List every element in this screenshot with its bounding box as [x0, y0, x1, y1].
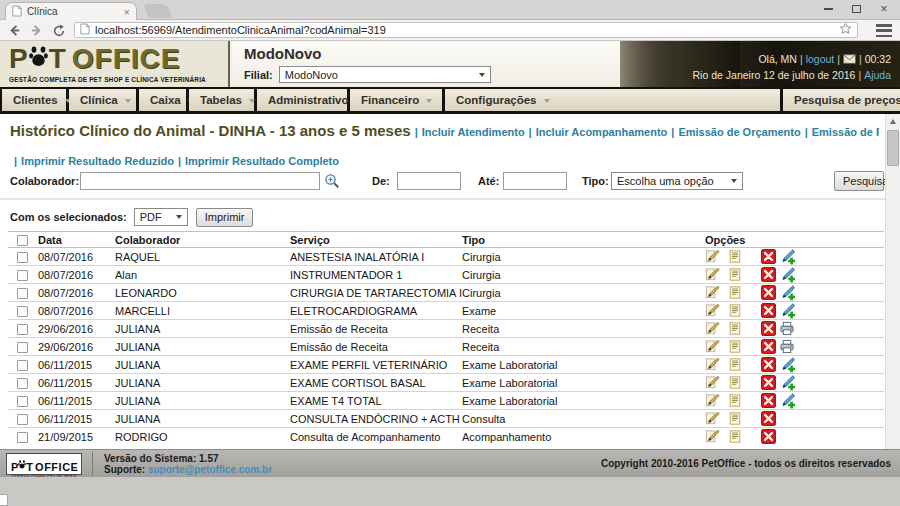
document-icon[interactable] — [728, 393, 742, 408]
document-icon[interactable] — [728, 339, 742, 354]
row-checkbox[interactable] — [17, 288, 28, 299]
nav-item-clinica[interactable]: Clínica — [69, 89, 136, 111]
pen-add-icon[interactable] — [779, 303, 796, 319]
nav-item-configuracoes[interactable]: Configurações — [445, 89, 780, 111]
delete-icon[interactable] — [761, 393, 776, 408]
pen-icon[interactable] — [705, 375, 720, 390]
document-icon[interactable] — [728, 321, 742, 336]
window-close-button[interactable]: × — [870, 0, 898, 18]
search-lookup-icon[interactable] — [324, 173, 340, 191]
row-checkbox[interactable] — [17, 414, 28, 425]
delete-icon[interactable] — [761, 429, 776, 444]
footer-logo: P T OFFICE GESTÃO COMPLETA DE PET SHOP E… — [6, 453, 82, 475]
address-bar[interactable]: localhost:56969/AtendimentoClinicaAnimal… — [74, 22, 858, 38]
pen-icon[interactable] — [705, 303, 720, 318]
pen-icon[interactable] — [705, 267, 720, 282]
nav-item-administrativo[interactable]: Administrativo — [257, 89, 347, 111]
window-maximize-button[interactable] — [842, 0, 870, 18]
pen-icon[interactable] — [705, 411, 720, 426]
delete-icon[interactable] — [761, 249, 776, 264]
vertical-scrollbar[interactable] — [885, 114, 900, 477]
document-icon[interactable] — [728, 375, 742, 390]
document-icon[interactable] — [728, 267, 742, 282]
delete-icon[interactable] — [761, 357, 776, 372]
document-icon[interactable] — [728, 303, 742, 318]
nav-item-financeiro[interactable]: Financeiro — [350, 89, 442, 111]
select-all-checkbox[interactable] — [17, 235, 28, 246]
link-emissao-orcamento[interactable]: Emissão de Orçamento — [678, 126, 800, 138]
nav-item-clientes[interactable]: Clientes — [2, 89, 66, 111]
date-from-input[interactable] — [397, 172, 461, 190]
nav-item-pesquisa-de-precos[interactable]: Pesquisa de preços — [783, 89, 900, 111]
row-checkbox[interactable] — [17, 306, 28, 317]
filial-select[interactable]: ModoNovo — [279, 66, 491, 83]
window-minimize-button[interactable] — [814, 0, 842, 18]
link-incluir-atendimento[interactable]: Incluir Atendimento — [422, 126, 525, 138]
delete-icon[interactable] — [761, 267, 776, 282]
row-checkbox[interactable] — [17, 396, 28, 407]
pen-icon[interactable] — [705, 393, 720, 408]
new-tab-button[interactable] — [144, 4, 173, 18]
browser-menu-icon[interactable] — [876, 24, 892, 37]
pen-add-icon[interactable] — [779, 285, 796, 301]
link-imprimir-resultado-reduzido[interactable]: Imprimir Resultado Reduzido — [21, 155, 174, 167]
pen-icon[interactable] — [705, 357, 720, 372]
pen-icon[interactable] — [705, 285, 720, 300]
delete-icon[interactable] — [761, 321, 776, 336]
imprimir-button[interactable]: Imprimir — [196, 208, 254, 227]
row-checkbox[interactable] — [17, 324, 28, 335]
tab-close-icon[interactable]: × — [124, 6, 130, 18]
forward-icon[interactable] — [28, 22, 45, 39]
pen-add-icon[interactable] — [779, 357, 796, 373]
cell-tipo: Cirurgia — [462, 266, 705, 284]
pen-add-icon[interactable] — [779, 375, 796, 391]
tipo-select[interactable]: Escolha uma opção — [611, 172, 743, 190]
row-checkbox[interactable] — [17, 252, 28, 263]
row-checkbox[interactable] — [17, 360, 28, 371]
browser-tab[interactable]: Clínica × — [5, 2, 137, 20]
pen-icon[interactable] — [705, 321, 720, 336]
pen-icon[interactable] — [705, 249, 720, 264]
support-email-link[interactable]: suporte@petoffice.com.br — [148, 464, 272, 475]
date-to-input[interactable] — [503, 172, 567, 190]
delete-icon[interactable] — [761, 339, 776, 354]
pesquisar-button[interactable]: Pesquisar — [834, 171, 884, 191]
bookmark-star-icon[interactable] — [839, 21, 852, 39]
row-checkbox[interactable] — [17, 270, 28, 281]
row-checkbox[interactable] — [17, 378, 28, 389]
print-icon[interactable] — [779, 339, 795, 354]
pen-icon[interactable] — [705, 429, 720, 444]
document-icon[interactable] — [728, 357, 742, 372]
delete-icon[interactable] — [761, 375, 776, 390]
logout-link[interactable]: logout — [806, 53, 835, 65]
link-imprimir-resultado-completo[interactable]: Imprimir Resultado Completo — [185, 155, 339, 167]
delete-icon[interactable] — [761, 285, 776, 300]
colaborador-input[interactable] — [80, 172, 320, 190]
scrollbar-thumb[interactable] — [887, 130, 899, 166]
format-select[interactable]: PDF — [134, 208, 188, 226]
delete-icon[interactable] — [761, 411, 776, 426]
document-icon[interactable] — [728, 249, 742, 264]
link-incluir-acompanhamento[interactable]: Incluir Acompanhamento — [536, 126, 668, 138]
print-icon[interactable] — [779, 321, 795, 336]
scroll-up-icon[interactable] — [886, 114, 900, 129]
delete-icon[interactable] — [761, 303, 776, 318]
history-table-body: 08/07/2016 RAQUEL ANESTESIA INALATÓRIA I… — [8, 248, 884, 446]
mail-icon[interactable] — [843, 54, 856, 66]
back-icon[interactable] — [6, 22, 23, 39]
link-emissao-receita[interactable]: Emissão de Receita — [812, 126, 879, 138]
row-checkbox[interactable] — [17, 432, 28, 443]
pen-add-icon[interactable] — [779, 267, 796, 283]
row-checkbox[interactable] — [17, 342, 28, 353]
document-icon[interactable] — [728, 429, 742, 444]
nav-item-caixa[interactable]: Caixa — [139, 89, 186, 111]
pen-add-icon[interactable] — [779, 249, 796, 265]
document-icon[interactable] — [728, 285, 742, 300]
help-link[interactable]: Ajuda — [864, 69, 891, 81]
reload-icon[interactable] — [50, 22, 67, 39]
pen-icon[interactable] — [705, 339, 720, 354]
document-icon[interactable] — [728, 411, 742, 426]
pen-add-icon[interactable] — [779, 393, 796, 409]
cell-opcoes — [705, 338, 884, 355]
nav-item-tabelas[interactable]: Tabelas — [189, 89, 254, 111]
